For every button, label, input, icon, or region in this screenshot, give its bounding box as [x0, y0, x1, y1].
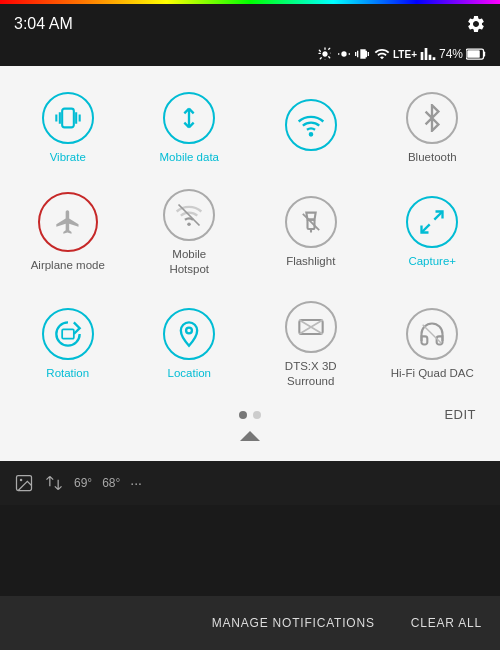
hifi-label: Hi-Fi Quad DAC [391, 366, 474, 381]
rotation-icon-wrap [42, 308, 94, 360]
quick-settings-grid: Vibrate Mobile data [10, 82, 490, 397]
airplane-circle-border [38, 192, 98, 252]
qs-hotspot[interactable]: Mobile Hotspot [132, 179, 248, 285]
svg-line-13 [422, 225, 430, 233]
brightness-minus-icon [336, 46, 352, 62]
expand-handle[interactable] [10, 423, 490, 451]
svg-rect-3 [467, 50, 480, 58]
flashlight-icon [297, 208, 325, 236]
mobile-data-icon-wrap [163, 92, 215, 144]
mobile-data-label: Mobile data [160, 150, 219, 165]
vibrate-label: Vibrate [50, 150, 86, 165]
qs-flashlight[interactable]: Flashlight [253, 179, 369, 285]
capture-icon [418, 208, 446, 236]
svg-point-0 [341, 51, 346, 56]
qs-mobile-data[interactable]: Mobile data [132, 82, 248, 173]
hifi-icon-wrap [406, 308, 458, 360]
location-label: Location [168, 366, 211, 381]
qs-vibrate[interactable]: Vibrate [10, 82, 126, 173]
svg-line-11 [303, 214, 319, 230]
flashlight-label: Flashlight [286, 254, 335, 269]
page-dot-1[interactable] [239, 411, 247, 419]
more-notif-text: ··· [130, 475, 142, 491]
rotation-icon [54, 320, 82, 348]
vibrate-icon-wrap [42, 92, 94, 144]
bluetooth-icon [418, 104, 446, 132]
dts-icon-wrap [285, 301, 337, 353]
lte-badge: LTE+ [393, 49, 417, 60]
bluetooth-label: Bluetooth [408, 150, 457, 165]
capture-icon-wrap [406, 196, 458, 248]
image-notif-icon [14, 473, 34, 493]
airplane-icon [54, 208, 82, 236]
flashlight-icon-wrap [285, 196, 337, 248]
airplane-label: Airplane mode [31, 258, 105, 273]
svg-line-19 [423, 325, 442, 344]
svg-rect-2 [484, 52, 486, 57]
capture-label: Capture+ [408, 254, 456, 269]
qs-bluetooth[interactable]: Bluetooth [375, 82, 491, 173]
battery-percent: 74% [439, 47, 463, 61]
wifi-status-icon [374, 46, 390, 62]
qs-capture[interactable]: Capture+ [375, 179, 491, 285]
location-icon [175, 320, 203, 348]
chevron-up-icon [238, 429, 262, 443]
vibrate-icon [54, 104, 82, 132]
swap-notif-icon [44, 473, 64, 493]
qs-hifi[interactable]: Hi-Fi Quad DAC [375, 291, 491, 397]
hotspot-icon-wrap [163, 189, 215, 241]
temp2-text: 68° [102, 476, 120, 490]
brightness-icon [317, 46, 333, 62]
status-bar: 3:04 AM [0, 4, 500, 44]
svg-rect-14 [62, 330, 74, 339]
signal-row: LTE+ 74% [0, 44, 500, 66]
wifi-icon-wrap [285, 99, 337, 151]
manage-notifications-button[interactable]: MANAGE NOTIFICATIONS [194, 608, 393, 638]
pagination-row: EDIT [10, 403, 490, 423]
svg-point-15 [186, 328, 192, 334]
svg-point-21 [20, 479, 22, 482]
dts-icon [297, 313, 325, 341]
svg-point-6 [310, 134, 312, 136]
hotspot-label: Mobile Hotspot [169, 247, 209, 277]
qs-wifi[interactable] [253, 82, 369, 173]
page-dot-2[interactable] [253, 411, 261, 419]
hotspot-icon [175, 201, 203, 229]
qs-rotation[interactable]: Rotation [10, 291, 126, 397]
gear-icon[interactable] [466, 14, 486, 34]
clear-all-button[interactable]: CLEAR ALL [393, 608, 500, 638]
quick-settings-panel: Vibrate Mobile data [0, 66, 500, 461]
dts-label: DTS:X 3D Surround [285, 359, 337, 389]
svg-rect-4 [62, 109, 74, 128]
hifi-icon [418, 320, 446, 348]
signal-bars-icon [420, 46, 436, 62]
status-icons [466, 14, 486, 34]
battery-icon [466, 48, 486, 60]
qs-location[interactable]: Location [132, 291, 248, 397]
qs-dts[interactable]: DTS:X 3D Surround [253, 291, 369, 397]
mobile-data-icon [175, 104, 203, 132]
edit-button[interactable]: EDIT [444, 407, 476, 422]
vibrate-status-icon [355, 46, 371, 62]
status-time: 3:04 AM [14, 15, 73, 33]
qs-airplane[interactable]: Airplane mode [10, 179, 126, 285]
bottom-bar: MANAGE NOTIFICATIONS CLEAR ALL [0, 596, 500, 650]
svg-line-12 [435, 212, 443, 220]
wifi-icon [297, 111, 325, 139]
bluetooth-icon-wrap [406, 92, 458, 144]
rotation-label: Rotation [46, 366, 89, 381]
location-icon-wrap [163, 308, 215, 360]
notification-strip: 69° 68° ··· [0, 461, 500, 505]
temp1-text: 69° [74, 476, 92, 490]
